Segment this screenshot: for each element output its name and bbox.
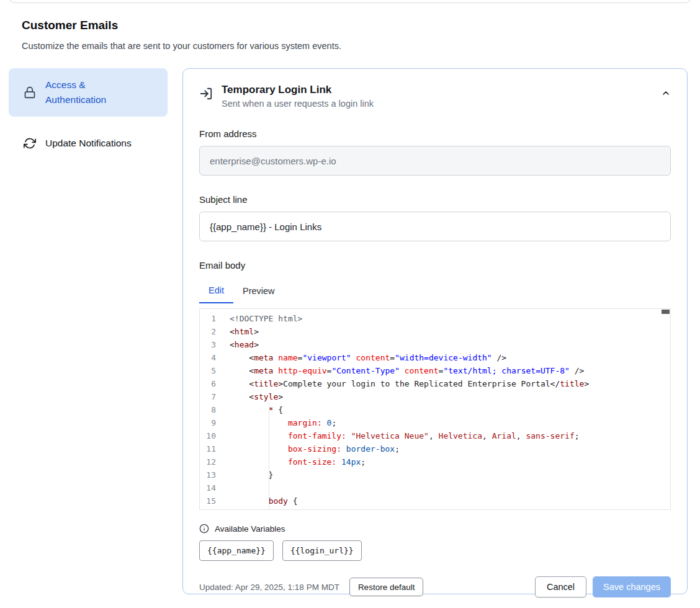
line-number: 13 bbox=[200, 468, 216, 481]
customer-emails-page: Customer Emails Customize the emails tha… bbox=[0, 0, 700, 608]
editor-scrollbar-thumb[interactable] bbox=[662, 310, 670, 314]
sidebar-item-label: Access & Authentication bbox=[45, 78, 130, 107]
code-line: <title>Complete your login to the Replic… bbox=[230, 377, 670, 390]
line-number: 12 bbox=[200, 455, 216, 468]
save-changes-button[interactable]: Save changes bbox=[593, 576, 671, 597]
indent-guide bbox=[269, 403, 269, 509]
variable-chip-login-url[interactable]: {{login_url}} bbox=[282, 540, 362, 561]
lock-icon bbox=[24, 86, 36, 99]
refresh-icon bbox=[24, 137, 36, 150]
email-body-tabs: Edit Preview bbox=[199, 279, 671, 303]
line-number: 9 bbox=[200, 416, 216, 429]
available-variables-header: Available Variables bbox=[199, 524, 671, 534]
restore-default-button[interactable]: Restore default bbox=[349, 578, 424, 596]
line-number: 14 bbox=[200, 481, 216, 494]
from-address-input[interactable] bbox=[199, 146, 671, 176]
from-address-label: From address bbox=[199, 128, 671, 139]
panel-footer: Updated: Apr 29, 2025, 1:18 PM MDT Resto… bbox=[199, 576, 671, 597]
subject-line-input[interactable] bbox=[199, 212, 671, 241]
panel-title: Temporary Login Link bbox=[222, 84, 374, 96]
variable-chips: {{app_name}} {{login_url}} bbox=[199, 540, 671, 561]
updated-timestamp: Updated: Apr 29, 2025, 1:18 PM MDT bbox=[199, 583, 339, 592]
code-editor[interactable]: 12345678910111213141516 <!DOCTYPE html><… bbox=[199, 308, 671, 510]
code-line: body { bbox=[230, 494, 670, 507]
line-number: 5 bbox=[200, 364, 216, 377]
line-number: 11 bbox=[200, 442, 216, 455]
line-number: 10 bbox=[200, 429, 216, 442]
panel-header: Temporary Login Link Sent when a user re… bbox=[199, 84, 671, 109]
code-line: * { bbox=[230, 403, 670, 416]
line-number: 4 bbox=[200, 351, 216, 364]
line-number: 3 bbox=[200, 338, 216, 351]
code-line: <style> bbox=[230, 390, 670, 403]
sidebar: Access & Authentication Update Notificat… bbox=[9, 68, 168, 160]
line-number: 6 bbox=[200, 377, 216, 390]
sidebar-item-update-notifications[interactable]: Update Notifications bbox=[9, 127, 168, 160]
code-line: <html> bbox=[230, 325, 670, 338]
code-line: <meta name="viewport" content="width=dev… bbox=[230, 351, 670, 364]
page-title: Customer Emails bbox=[22, 19, 118, 32]
panel-subtitle: Sent when a user requests a login link bbox=[222, 99, 374, 109]
code-line: margin: 0; bbox=[230, 416, 670, 429]
chevron-up-icon bbox=[661, 88, 671, 98]
line-number: 2 bbox=[200, 325, 216, 338]
email-body-label: Email body bbox=[199, 260, 671, 270]
line-number: 15 bbox=[200, 494, 216, 507]
subject-line-label: Subject line bbox=[199, 194, 671, 205]
previous-card-bottom-edge bbox=[9, 0, 691, 3]
available-variables-label: Available Variables bbox=[215, 524, 285, 534]
code-line: background-color: #f6f6f6; bbox=[230, 507, 670, 509]
temporary-login-link-panel: Temporary Login Link Sent when a user re… bbox=[182, 68, 688, 594]
code-lines: <!DOCTYPE html><html><head> <meta name="… bbox=[230, 309, 670, 509]
tab-edit[interactable]: Edit bbox=[199, 279, 233, 303]
cancel-button[interactable]: Cancel bbox=[535, 576, 586, 597]
variable-chip-app-name[interactable]: {{app_name}} bbox=[199, 540, 274, 561]
code-line: box-sizing: border-box; bbox=[230, 442, 670, 455]
sidebar-item-label: Update Notifications bbox=[45, 136, 132, 151]
code-line: <head> bbox=[230, 338, 670, 351]
line-number: 8 bbox=[200, 403, 216, 416]
collapse-panel-button[interactable] bbox=[661, 88, 671, 100]
login-icon bbox=[199, 87, 213, 101]
code-line: <!DOCTYPE html> bbox=[230, 312, 670, 325]
info-icon bbox=[199, 524, 209, 534]
tab-preview[interactable]: Preview bbox=[233, 279, 284, 303]
code-line: <meta http-equiv="Content-Type" content=… bbox=[230, 364, 670, 377]
code-line bbox=[230, 481, 670, 494]
page-subtitle: Customize the emails that are sent to yo… bbox=[22, 41, 341, 51]
sidebar-item-access-authentication[interactable]: Access & Authentication bbox=[9, 68, 168, 117]
code-gutter: 12345678910111213141516 bbox=[200, 309, 230, 509]
code-line: font-family: "Helvetica Neue", Helvetica… bbox=[230, 429, 670, 442]
line-number: 1 bbox=[200, 312, 216, 325]
line-number: 16 bbox=[200, 507, 216, 510]
code-line: font-size: 14px; bbox=[230, 455, 670, 468]
code-line: } bbox=[230, 468, 670, 481]
line-number: 7 bbox=[200, 390, 216, 403]
